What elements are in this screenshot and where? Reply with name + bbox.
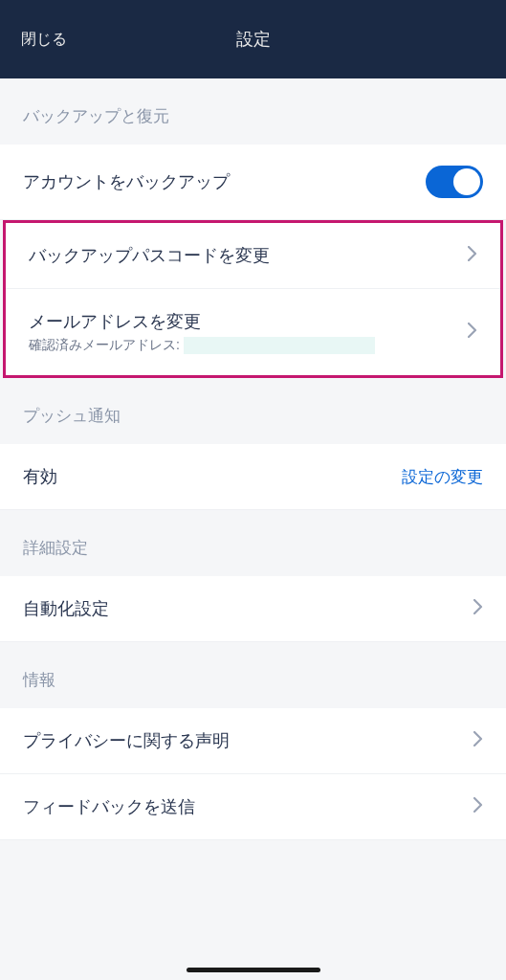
row-account-backup[interactable]: アカウントをバックアップ <box>0 145 506 220</box>
feedback-label: フィードバックを送信 <box>23 795 195 818</box>
privacy-label: プライバシーに関する声明 <box>23 729 230 752</box>
close-button[interactable]: 閉じる <box>21 30 67 50</box>
chevron-right-icon <box>468 246 477 265</box>
chevron-right-icon <box>473 599 483 618</box>
push-change-settings-link[interactable]: 設定の変更 <box>402 466 483 488</box>
row-push-enabled[interactable]: 有効 設定の変更 <box>0 444 506 510</box>
chevron-right-icon <box>473 731 483 750</box>
section-info-header: 情報 <box>0 642 506 708</box>
section-backup-restore-header: バックアップと復元 <box>0 78 506 145</box>
automation-settings-label: 自動化設定 <box>23 597 109 620</box>
account-backup-toggle[interactable] <box>426 166 483 198</box>
toggle-knob <box>453 168 480 195</box>
push-enabled-label: 有効 <box>23 465 57 488</box>
verified-email-redacted <box>184 337 375 354</box>
highlighted-rows: バックアップパスコードを変更 メールアドレスを変更 確認済みメールアドレス: <box>3 220 503 378</box>
section-advanced-header: 詳細設定 <box>0 510 506 576</box>
account-backup-label: アカウントをバックアップ <box>23 170 230 193</box>
row-change-email[interactable]: メールアドレスを変更 確認済みメールアドレス: <box>6 289 500 375</box>
row-automation-settings[interactable]: 自動化設定 <box>0 576 506 642</box>
verified-email-line: 確認済みメールアドレス: <box>29 337 375 354</box>
change-email-label: メールアドレスを変更 <box>29 310 375 333</box>
row-privacy[interactable]: プライバシーに関する声明 <box>0 708 506 774</box>
chevron-right-icon <box>473 797 483 816</box>
change-passcode-label: バックアップパスコードを変更 <box>29 244 270 267</box>
verified-email-prefix: 確認済みメールアドレス: <box>29 337 180 354</box>
section-push-header: プッシュ通知 <box>0 378 506 444</box>
chevron-right-icon <box>468 323 477 342</box>
change-email-left: メールアドレスを変更 確認済みメールアドレス: <box>29 310 375 354</box>
row-change-passcode[interactable]: バックアップパスコードを変更 <box>6 223 500 289</box>
row-feedback[interactable]: フィードバックを送信 <box>0 774 506 840</box>
header-bar: 閉じる 設定 <box>0 0 506 78</box>
page-title: 設定 <box>19 28 487 51</box>
home-indicator[interactable] <box>187 968 320 972</box>
